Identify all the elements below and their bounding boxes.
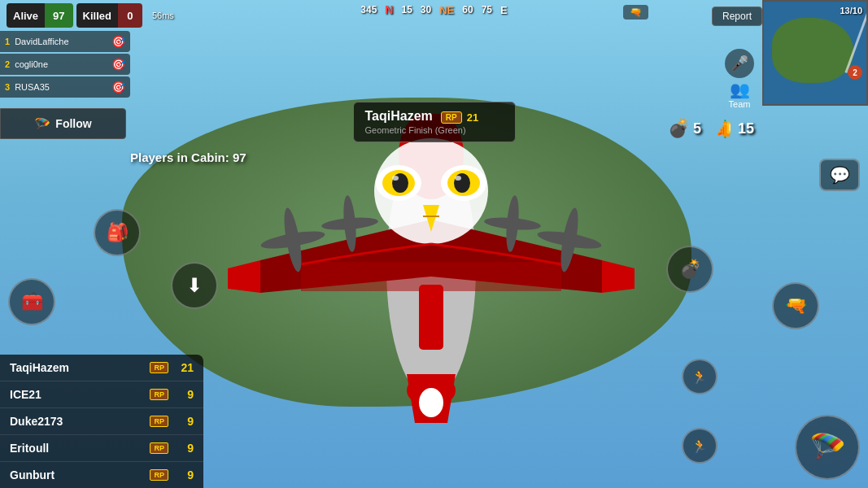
run-icon-1: 🏃 bbox=[691, 369, 708, 385]
svg-point-23 bbox=[455, 176, 461, 181]
dive-icon: ⬇ bbox=[186, 274, 203, 297]
parachute-action-icon: 🪂 bbox=[809, 430, 846, 464]
follow-label: Follow bbox=[55, 117, 91, 130]
medkit-button[interactable]: 🧰 bbox=[8, 278, 55, 325]
report-button[interactable]: Report bbox=[712, 7, 762, 26]
parachute-jump-button[interactable]: 🪂 bbox=[795, 415, 860, 480]
run-button-2[interactable]: 🏃 bbox=[682, 428, 718, 464]
run-button-1[interactable]: 🏃 bbox=[682, 359, 718, 394]
svg-marker-4 bbox=[228, 260, 260, 293]
weapon-button[interactable]: 🔫 bbox=[772, 282, 819, 329]
weapon-action-icon: 🔫 bbox=[785, 295, 807, 316]
svg-point-22 bbox=[392, 176, 399, 181]
backpack-icon: 🎒 bbox=[107, 222, 129, 243]
settings-button[interactable]: ⚙ bbox=[770, 7, 795, 31]
settings-icon: ⚙ bbox=[777, 11, 788, 27]
chat-icon: 💬 bbox=[830, 165, 850, 185]
svg-point-28 bbox=[419, 388, 443, 417]
medkit-icon: 🧰 bbox=[21, 291, 43, 312]
run-icon-2: 🏃 bbox=[691, 438, 708, 454]
grenade-action-icon: 💣 bbox=[679, 259, 701, 280]
airplane bbox=[220, 114, 643, 423]
grenade-button[interactable]: 💣 bbox=[666, 246, 713, 293]
backpack-button[interactable]: 🎒 bbox=[94, 209, 141, 256]
chat-button[interactable]: 💬 bbox=[819, 159, 860, 191]
follow-button[interactable]: 🪂 Follow bbox=[0, 108, 126, 139]
svg-rect-29 bbox=[419, 285, 443, 350]
dive-button[interactable]: ⬇ bbox=[171, 262, 218, 309]
svg-marker-5 bbox=[602, 260, 635, 293]
follow-parachute-icon: 🪂 bbox=[34, 116, 50, 132]
